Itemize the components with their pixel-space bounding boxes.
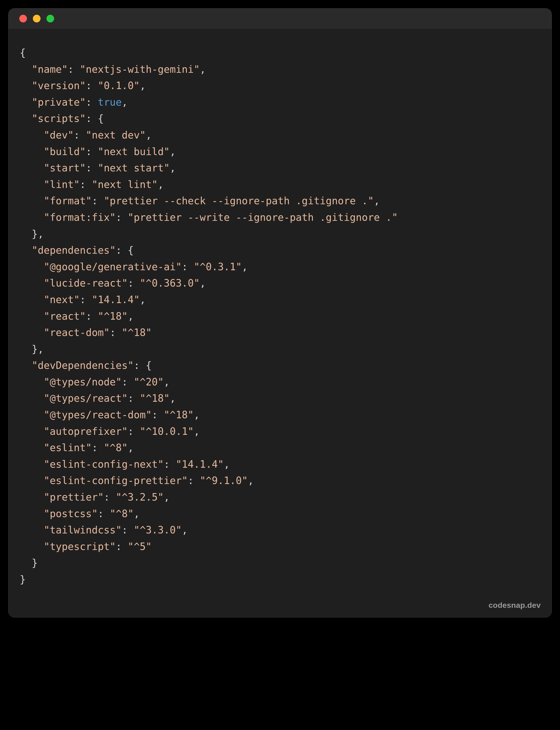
json-string: "14.1.4" [92, 294, 140, 305]
json-string: "next build" [98, 146, 170, 157]
json-string: "^18" [140, 393, 170, 404]
json-string: "prettier --check --ignore-path .gitigno… [104, 195, 374, 206]
json-string: "prettier --write --ignore-path .gitigno… [128, 211, 398, 223]
json-key: "format:fix" [44, 211, 116, 223]
json-string: "^20" [134, 376, 164, 388]
minimize-icon[interactable] [33, 15, 41, 22]
json-key: "prettier" [44, 491, 104, 503]
json-string: "14.1.4" [176, 459, 224, 470]
json-key: "autoprefixer" [44, 426, 128, 437]
json-string: "0.1.0" [98, 80, 140, 91]
json-key: "dependencies" [32, 244, 116, 256]
json-key: "lint" [44, 179, 80, 190]
json-key: "scripts" [32, 113, 86, 124]
json-string: "^3.2.5" [116, 491, 164, 503]
code-block: { "name": "nextjs-with-gemini", "version… [8, 29, 552, 617]
json-key: "tailwindcss" [44, 524, 122, 536]
json-string: "^18" [122, 327, 152, 338]
json-key: "react-dom" [44, 327, 110, 338]
json-key: "lucide-react" [44, 277, 128, 289]
json-string: "^18" [164, 409, 194, 421]
json-string: "^8" [110, 508, 134, 519]
json-key: "@types/react" [44, 393, 128, 404]
close-icon[interactable] [19, 15, 27, 22]
json-key: "format" [44, 195, 92, 206]
json-key: "react" [44, 310, 86, 322]
json-key: "devDependencies" [32, 359, 134, 371]
window-titlebar [8, 8, 552, 29]
json-string: "^5" [128, 541, 152, 552]
json-key: "eslint-config-next" [44, 459, 164, 470]
json-string: "^3.3.0" [134, 524, 182, 536]
json-string: "^10.0.1" [140, 426, 194, 437]
json-string: "^9.1.0" [200, 475, 248, 486]
json-key: "eslint" [44, 442, 92, 454]
json-key: "private" [32, 96, 86, 108]
json-key: "postcss" [44, 508, 98, 519]
zoom-icon[interactable] [46, 15, 54, 22]
json-key: "name" [32, 63, 68, 75]
json-key: "@google/generative-ai" [44, 261, 182, 272]
json-string: "next lint" [92, 179, 158, 190]
json-boolean: true [98, 96, 122, 108]
json-key: "@types/react-dom" [44, 409, 152, 421]
code-window: { "name": "nextjs-with-gemini", "version… [8, 8, 552, 618]
watermark-label: codesnap.dev [489, 601, 541, 610]
json-string: "^0.363.0" [140, 277, 200, 289]
json-key: "typescript" [44, 541, 116, 552]
json-string: "^8" [104, 442, 128, 454]
json-key: "next" [44, 294, 80, 305]
json-string: "^18" [98, 310, 128, 322]
json-key: "eslint-config-prettier" [44, 475, 188, 486]
json-string: "nextjs-with-gemini" [80, 63, 200, 75]
json-key: "@types/node" [44, 376, 122, 388]
json-key: "build" [44, 146, 86, 157]
json-string: "next start" [98, 162, 170, 174]
json-key: "version" [32, 80, 86, 91]
json-string: "^0.3.1" [194, 261, 242, 272]
json-key: "start" [44, 162, 86, 174]
json-key: "dev" [44, 129, 74, 141]
json-string: "next dev" [86, 129, 146, 141]
